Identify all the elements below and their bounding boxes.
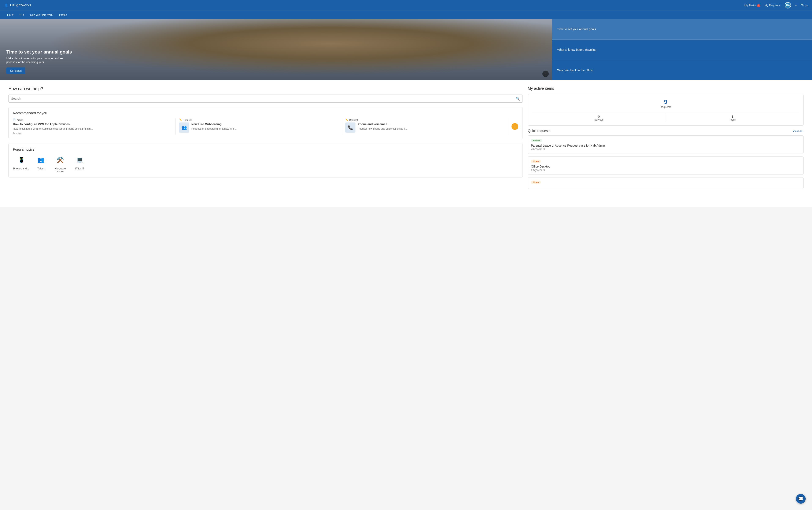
recommended-card: Recommended for you 📄 Article How to con… (8, 107, 523, 139)
request-id-1: HRC0001227 (531, 148, 801, 151)
avatar[interactable]: HA (785, 2, 791, 8)
my-tasks-link[interactable]: My Tasks 3 (744, 4, 760, 7)
topic-item-it-for-it[interactable]: 💻 IT for IT (71, 155, 88, 173)
view-all-link[interactable]: View all › (793, 130, 804, 133)
tasks-stat[interactable]: 3 Tasks (666, 115, 799, 121)
surveys-label: Surveys (532, 118, 666, 121)
brand-name: Delightworks (10, 3, 31, 7)
hero-subtitle: Make plans to meet with your manager and… (6, 56, 65, 64)
rec-item-time-1: 2mo ago (13, 132, 172, 135)
recommended-title: Recommended for you (13, 111, 518, 115)
tours-link[interactable]: Tours (801, 4, 808, 7)
hero-background (0, 19, 552, 80)
brand-logo[interactable]: 👤 Delightworks (4, 3, 31, 7)
hero-sidebar-label-3: Welcome back to the office! (557, 68, 593, 72)
nav-profile-label: Profile (59, 13, 67, 17)
request-card-2[interactable]: Open Office Desktop REQ0010024 (528, 156, 804, 175)
rec-type-label-3: Request (349, 119, 358, 121)
help-section-title: How can we help? (8, 86, 523, 91)
nav-hr[interactable]: HR ▾ (4, 11, 17, 19)
nav-profile[interactable]: Profile (56, 11, 70, 19)
topic-item-hardware[interactable]: ⚒️ Hardware Issues (52, 155, 69, 173)
popular-topics-card: Popular topics 📱 Phones and ... 👥 Talent… (8, 143, 523, 177)
brand-icon: 👤 (4, 3, 8, 7)
tours-label: Tours (801, 4, 808, 7)
hero-sidebar-label-1: Time to set your annual goals (557, 28, 596, 31)
hero-sidebar-item-3[interactable]: Welcome back to the office! (552, 60, 812, 80)
hero-content: Time to set your annual goals Make plans… (6, 49, 72, 74)
request-icon-2: ✏️ (179, 118, 182, 121)
popular-topics-title: Popular topics (13, 148, 518, 151)
nav-it[interactable]: IT ▾ (17, 11, 27, 19)
pause-button[interactable]: ⏸ (542, 70, 549, 77)
stats-card: 9 Requests 0 Surveys 3 Tasks (528, 94, 804, 126)
rec-item-text-3: Phone and Voicemail... Request new phone… (357, 122, 407, 131)
topics-grid: 📱 Phones and ... 👥 Talent ⚒️ Hardware Is… (13, 155, 518, 173)
hero-sidebar-item-2[interactable]: What to know before traveling (552, 39, 812, 60)
rec-item-title-2: New Hire Onboarding (192, 122, 236, 126)
set-goals-button[interactable]: Set goals (6, 67, 25, 74)
rec-img-2: 👥 (179, 122, 189, 133)
request-card-3[interactable]: Open (528, 177, 804, 189)
rec-item-text-2: New Hire Onboarding Request an onboardin… (192, 122, 236, 131)
rec-item-2[interactable]: ✏️ Request 👥 New Hire Onboarding Request… (179, 118, 342, 135)
rec-item-desc-3: Request new phone and voicemail setup f.… (357, 127, 407, 131)
hardware-icon: ⚒️ (55, 155, 65, 165)
rec-nav-arrow[interactable]: › (512, 123, 518, 130)
top-nav-right: My Tasks 3 My Requests HA ▾ Tours (744, 2, 808, 8)
view-all-label: View all (793, 130, 802, 133)
status-badge-3: Open (531, 181, 541, 184)
request-id-2: REQ0010024 (531, 169, 801, 172)
nav-it-chevron-icon: ▾ (23, 13, 24, 17)
my-requests-link[interactable]: My Requests (764, 4, 781, 7)
rec-item-title-3: Phone and Voicemail... (357, 122, 407, 126)
request-card-1[interactable]: Ready Parental Leave of Absence Request … (528, 135, 804, 154)
rec-item-1[interactable]: 📄 Article How to configure VPN for Apple… (13, 118, 176, 135)
request-name-2: Office Desktop (531, 165, 801, 168)
recommended-grid: 📄 Article How to configure VPN for Apple… (13, 118, 518, 135)
requests-label: Requests (532, 105, 799, 109)
search-input[interactable] (11, 97, 516, 100)
rec-type-label-1: Article (17, 119, 23, 121)
hero-sidebar: Time to set your annual goals What to kn… (552, 19, 812, 80)
rec-type-1: 📄 Article (13, 118, 172, 121)
topic-label-phones: Phones and ... (13, 167, 29, 170)
rec-type-label-2: Request (183, 119, 192, 121)
rec-item-with-img-2: 👥 New Hire Onboarding Request an onboard… (179, 122, 338, 133)
active-items-title: My active items (528, 86, 804, 91)
rec-item-desc-2: Request an onboarding for a new hire... (192, 127, 236, 131)
dropdown-chevron-icon[interactable]: ▾ (795, 4, 797, 7)
status-badge-2: Open (531, 160, 541, 163)
article-icon: 📄 (13, 118, 16, 121)
main-content: How can we help? 🔍 Recommended for you 📄… (0, 80, 812, 207)
my-requests-label: My Requests (764, 4, 781, 7)
topic-item-talent[interactable]: 👥 Talent (32, 155, 49, 173)
topic-label-hardware: Hardware Issues (52, 167, 69, 173)
hero-title: Time to set your annual goals (6, 49, 72, 55)
tasks-label: Tasks (666, 118, 799, 121)
secondary-navigation: HR ▾ IT ▾ Can We Help You? Profile (0, 10, 812, 19)
nav-hr-label: HR (7, 13, 11, 17)
nav-can-we-help-label: Can We Help You? (30, 13, 53, 17)
hero-image: Time to set your annual goals Make plans… (0, 19, 552, 80)
topic-label-talent: Talent (37, 167, 44, 170)
rec-item-with-img-3: 📞 Phone and Voicemail... Request new pho… (345, 122, 504, 133)
search-box: 🔍 (8, 94, 523, 103)
status-badge-1: Ready (531, 139, 542, 142)
request-icon-3: ✏️ (345, 118, 348, 121)
rec-item-desc-1: How to configure VPN for Apple Devices f… (13, 127, 172, 131)
nav-can-we-help[interactable]: Can We Help You? (27, 11, 56, 19)
nav-it-label: IT (20, 13, 22, 17)
hero-sidebar-label-2: What to know before traveling (557, 48, 596, 51)
surveys-stat[interactable]: 0 Surveys (532, 115, 666, 121)
requests-number: 9 (532, 98, 799, 105)
rec-type-2: ✏️ Request (179, 118, 338, 121)
search-icon: 🔍 (516, 97, 520, 101)
hero-sidebar-item-1[interactable]: Time to set your annual goals (552, 19, 812, 39)
rec-item-3[interactable]: ✏️ Request 📞 Phone and Voicemail... Requ… (345, 118, 508, 135)
talent-icon: 👥 (35, 155, 46, 165)
nav-hr-chevron-icon: ▾ (12, 13, 13, 17)
stats-row: 0 Surveys 3 Tasks (532, 112, 799, 121)
left-panel: How can we help? 🔍 Recommended for you 📄… (8, 86, 523, 201)
topic-item-phones[interactable]: 📱 Phones and ... (13, 155, 30, 173)
